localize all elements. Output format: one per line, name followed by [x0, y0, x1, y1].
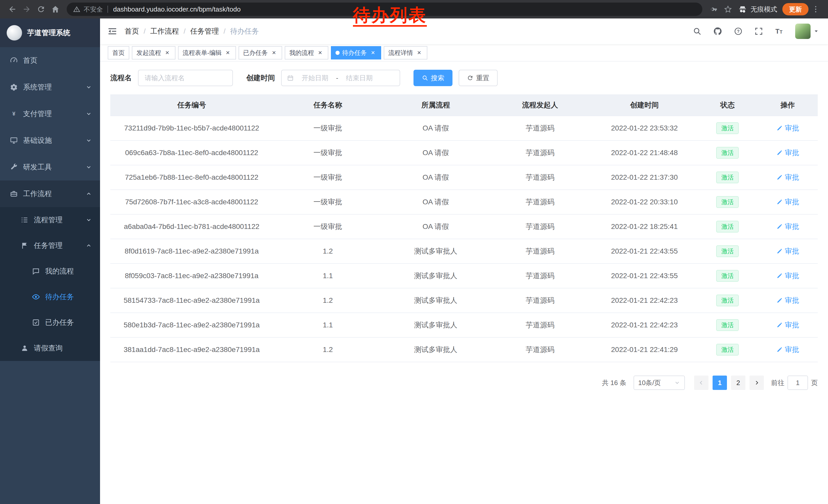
github-icon[interactable] [713, 27, 722, 36]
update-button[interactable]: 更新 [782, 3, 809, 15]
prev-page-button[interactable] [694, 375, 708, 390]
cell-task-name: 一级审批 [273, 214, 382, 239]
process-name-input[interactable] [138, 70, 233, 86]
cell-task-name: 一级审批 [273, 116, 382, 140]
sidebar-menu: 首页系统管理¥支付管理基础设施研发工具工作流程流程管理任务管理我的流程待办任务已… [0, 47, 100, 361]
approve-link[interactable]: 审批 [776, 320, 799, 330]
sidebar-item-workflow[interactable]: 工作流程 [0, 180, 100, 207]
sidebar-item-home[interactable]: 首页 [0, 47, 100, 74]
edit-icon [776, 199, 783, 205]
table-row: 069c6a63-7b8a-11ec-8ef0-acde48001122一级审批… [110, 140, 818, 165]
approve-link[interactable]: 审批 [776, 246, 799, 256]
approve-link[interactable]: 审批 [776, 345, 799, 355]
tab-item[interactable]: 流程详情× [384, 46, 427, 59]
chevron-up-icon [86, 242, 92, 249]
cell-task-name: 1.1 [273, 264, 382, 288]
tab-close-icon[interactable]: × [317, 49, 324, 56]
approve-link-label: 审批 [785, 320, 799, 330]
home-icon[interactable] [48, 2, 63, 16]
approve-link[interactable]: 审批 [776, 123, 799, 133]
next-page-button[interactable] [749, 375, 764, 390]
cell-process: 测试多审批人 [383, 337, 489, 362]
breadcrumb-item[interactable]: 首页 [125, 27, 139, 36]
sidebar-item-my-process[interactable]: 我的流程 [0, 259, 100, 284]
cell-task-name: 1.2 [273, 288, 382, 313]
status-badge: 激活 [716, 172, 739, 183]
tab-item[interactable]: 已办任务× [239, 46, 282, 59]
column-header: 所属流程 [383, 94, 489, 116]
goto-label: 前往 [771, 378, 784, 387]
page-size-select[interactable]: 10条/页 [633, 375, 685, 390]
question-icon[interactable]: ? [734, 27, 743, 36]
logo-image [7, 25, 22, 41]
tab-close-icon[interactable]: × [416, 49, 423, 56]
chevron-down-icon [86, 84, 92, 90]
search-button[interactable]: 搜索 [413, 70, 452, 86]
status-badge: 激活 [716, 196, 739, 208]
reset-button[interactable]: 重置 [459, 70, 498, 86]
sidebar-item-label: 首页 [23, 56, 37, 65]
edit-icon [776, 297, 783, 304]
sidebar-item-system[interactable]: 系统管理 [0, 74, 100, 100]
breadcrumb-item[interactable]: 任务管理 [190, 27, 219, 36]
approve-link[interactable]: 审批 [776, 222, 799, 231]
key-icon[interactable] [706, 2, 721, 16]
approve-link[interactable]: 审批 [776, 295, 799, 305]
approve-link-label: 审批 [785, 197, 799, 207]
not-secure-label[interactable]: 不安全 [84, 5, 103, 13]
tab-item[interactable]: 待办任务× [331, 46, 381, 59]
fullscreen-icon[interactable] [754, 27, 763, 36]
page-button-2[interactable]: 2 [731, 375, 745, 390]
approve-link[interactable]: 审批 [776, 271, 799, 281]
tab-close-icon[interactable]: × [271, 49, 278, 56]
approve-link[interactable]: 审批 [776, 173, 799, 182]
sidebar-item-task-management[interactable]: 任务管理 [0, 233, 100, 259]
approve-link-label: 审批 [785, 271, 799, 281]
font-size-icon[interactable]: TT [775, 27, 784, 36]
check-square-icon [32, 318, 40, 327]
approve-link[interactable]: 审批 [776, 197, 799, 207]
tab-close-icon[interactable]: × [369, 49, 377, 56]
tab-close-icon[interactable]: × [224, 49, 232, 56]
forward-icon[interactable] [19, 2, 34, 16]
sidebar-item-payment[interactable]: ¥支付管理 [0, 100, 100, 127]
tab-item[interactable]: 流程表单-编辑× [178, 46, 236, 59]
avatar[interactable] [795, 24, 811, 39]
gear-icon [10, 83, 18, 91]
search-icon[interactable] [693, 27, 702, 36]
tab-item[interactable]: 发起流程× [132, 46, 175, 59]
refresh-icon[interactable] [34, 2, 48, 16]
chevron-down-icon [86, 164, 92, 170]
incognito-label: 无痕模式 [750, 5, 777, 14]
star-icon[interactable] [721, 2, 735, 16]
sidebar-item-infrastructure[interactable]: 基础设施 [0, 127, 100, 154]
page-button-1[interactable]: 1 [713, 375, 727, 390]
approve-link[interactable]: 审批 [776, 148, 799, 158]
goto-page-input[interactable] [787, 375, 808, 390]
cell-created: 2022-01-22 18:25:41 [591, 214, 697, 239]
logo: 芋道管理系统 [0, 18, 100, 47]
sidebar-item-process-management[interactable]: 流程管理 [0, 207, 100, 233]
end-date-input[interactable] [340, 74, 378, 82]
user-menu[interactable] [795, 24, 819, 39]
sidebar-item-leave-query[interactable]: 请假查询 [0, 335, 100, 361]
tab-item[interactable]: 我的流程× [285, 46, 328, 59]
breadcrumb-item[interactable]: 工作流程 [150, 27, 179, 36]
sidebar-item-devtools[interactable]: 研发工具 [0, 154, 100, 180]
back-icon[interactable] [5, 2, 19, 16]
active-tab-dot [335, 51, 340, 55]
cell-initiator: 芋道源码 [489, 288, 591, 313]
table-row: 8f059c03-7ac8-11ec-a9e2-a2380e71991a1.1测… [110, 264, 818, 288]
fold-sidebar-icon[interactable] [107, 26, 118, 36]
table-row: 58154733-7ac8-11ec-a9e2-a2380e71991a1.2测… [110, 288, 818, 313]
sidebar-item-done-task[interactable]: 已办任务 [0, 310, 100, 335]
tab-item[interactable]: 首页 [108, 46, 129, 59]
sidebar-item-todo-task[interactable]: 待办任务 [0, 284, 100, 310]
cell-task-name: 1.2 [273, 337, 382, 362]
kebab-menu-icon[interactable] [809, 2, 823, 16]
date-range-picker[interactable]: - [281, 70, 400, 86]
total-count-label: 共 16 条 [602, 378, 626, 387]
cell-task-id: 8f059c03-7ac8-11ec-a9e2-a2380e71991a [110, 264, 273, 288]
tab-close-icon[interactable]: × [164, 49, 171, 56]
start-date-input[interactable] [296, 74, 334, 82]
